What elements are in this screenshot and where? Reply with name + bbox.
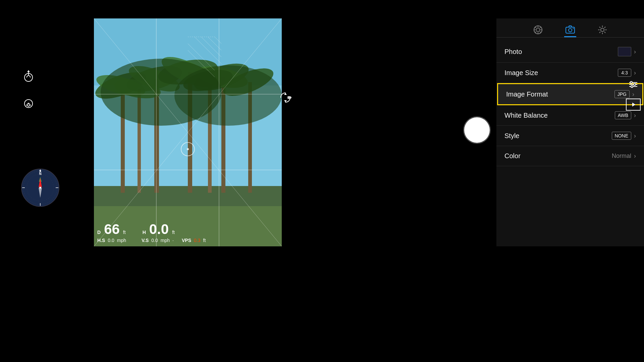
setting-label-photo: Photo [504,48,522,56]
setting-value-color: Normal [612,153,631,160]
vs-value: 0.0 [151,238,158,243]
setting-row-color[interactable]: Color Normal › [496,146,644,166]
setting-value-image-size: 4:3 [618,69,631,77]
setting-right-image-size: 4:3 › [618,69,636,77]
tab-video[interactable] [532,25,544,37]
chevron-icon-style: › [634,132,636,139]
svg-point-23 [174,65,282,126]
svg-point-70 [573,28,574,29]
left-sidebar [20,67,37,111]
vps-value: 0.3 [194,238,200,243]
chevron-icon-white-balance: › [634,112,636,119]
svg-marker-41 [27,70,30,72]
vs-label: V.S [142,238,149,243]
right-action-bar [626,77,641,111]
hs-unit: mph [117,238,126,243]
camera-viewport: D 66 ft H 0.0 ft H.S 0.0 mph V.S 0.0 mph… [94,18,282,246]
setting-label-style: Style [504,132,519,140]
setting-label-color: Color [504,152,521,160]
setting-row-image-size[interactable]: Image Size 4:3 › [496,63,644,83]
height-unit: ft [172,230,175,235]
svg-point-55 [39,187,41,189]
svg-line-66 [540,27,541,28]
svg-point-59 [536,28,540,32]
camera-switch-icon[interactable] [278,90,292,105]
vps-unit: ft [203,238,206,243]
settings-list: Photo › Image Size 4:3 › Image Format JP… [496,38,644,170]
svg-line-64 [535,27,537,28]
svg-rect-74 [287,96,291,99]
vs-unit: mph [161,238,170,243]
svg-point-81 [631,85,633,87]
compass: N N [20,168,60,208]
playback-button[interactable] [626,99,641,111]
setting-row-white-balance[interactable]: White Balance AWB › [496,105,644,126]
setting-row-image-format[interactable]: Image Format JPG › [497,83,643,105]
setting-label-image-size: Image Size [504,69,538,77]
hs-value: 0.0 [108,238,114,243]
svg-point-79 [630,81,632,83]
tab-photo[interactable] [564,25,576,37]
setting-label-white-balance: White Balance [504,112,548,119]
return-home-icon[interactable] [20,94,37,111]
upload-icon[interactable] [20,67,37,84]
tab-bar [496,18,644,38]
photo-preview [618,47,631,56]
setting-value-style: NONE [612,132,631,140]
distance-unit: ft [123,230,126,235]
chevron-icon-color: › [634,153,636,160]
hs-label: H.S [97,238,105,243]
svg-point-80 [634,83,636,85]
svg-marker-82 [632,103,635,107]
height-label: H [143,230,146,235]
setting-right-color: Normal › [612,153,636,160]
svg-line-65 [540,32,541,33]
setting-right-photo: › [618,47,636,56]
chevron-icon-image-size: › [634,69,636,76]
tab-settings[interactable] [596,25,608,37]
setting-right-style: NONE › [612,132,636,140]
svg-point-31 [187,148,189,150]
svg-point-69 [569,28,572,32]
distance-value: 66 [104,222,120,236]
setting-right-white-balance: AWB › [615,111,636,119]
setting-label-image-format: Image Format [506,90,548,98]
distance-label: D [97,230,101,235]
filter-icon[interactable] [626,77,641,92]
chevron-icon-photo: › [634,48,636,55]
capture-button[interactable] [464,117,490,143]
setting-row-style[interactable]: Style NONE › [496,126,644,146]
svg-marker-75 [291,97,291,99]
svg-point-71 [601,28,604,32]
svg-point-43 [28,103,30,105]
svg-line-67 [535,32,537,33]
vps-label: VPS [182,238,191,243]
height-value: 0.0 [149,222,169,236]
setting-row-photo[interactable]: Photo › [496,41,644,63]
right-panel: Photo › Image Size 4:3 › Image Format JP… [496,18,644,246]
setting-value-white-balance: AWB [615,111,631,119]
hud-overlay: D 66 ft H 0.0 ft H.S 0.0 mph V.S 0.0 mph… [97,222,278,243]
